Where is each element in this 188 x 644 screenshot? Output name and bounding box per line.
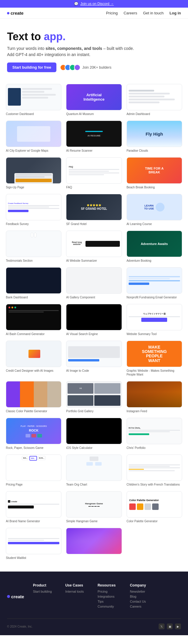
- card-label: Pricing Page: [6, 483, 61, 486]
- builder-count-text: Join 20K+ builders: [82, 65, 111, 70]
- card-label: Customer Dashboard: [6, 112, 61, 116]
- card-nonprofit[interactable]: Nonprofit Fundraising Email Generator: [127, 267, 182, 299]
- footer-start-building[interactable]: Start building: [33, 590, 56, 593]
- nav-pricing[interactable]: Pricing: [106, 11, 118, 15]
- card-beach-break[interactable]: TIME FOR ABREAK Beach Break Booking: [127, 157, 182, 189]
- card-portfolio-grid[interactable]: Hi Portfolio Grid Gallery: [66, 381, 122, 413]
- card-label: Graphic Website - Makes Something People…: [127, 369, 182, 376]
- footer-col-usecases: Use Cases Internal tools: [65, 583, 89, 610]
- hero-section: Text to app. Turn your words into sites,…: [0, 19, 188, 78]
- cards-grid-section: Customer Dashboard Artificial Intelligen…: [0, 78, 188, 572]
- card-paradise-clouds[interactable]: Fly High Paradise Clouds: [127, 121, 182, 153]
- card-credit-card[interactable]: Credit Card Designer with AI Images: [6, 341, 61, 376]
- card-img-to-code[interactable]: AI Image to Code: [66, 341, 122, 376]
- footer-internal-tools[interactable]: Internal tools: [65, 590, 89, 593]
- footer-col-resources: Resources Pricing Integrations Tips Comm…: [98, 583, 121, 610]
- card-pricing[interactable]: $16... $56... $146... Pricing Page: [6, 454, 61, 486]
- card-customer-dashboard[interactable]: Customer Dashboard: [6, 84, 61, 116]
- card-hotel[interactable]: ⭐⭐⭐⭐⭐ SF GRAND HOTEL SF Grand Hotel: [66, 194, 122, 226]
- cta-button[interactable]: Start building for free: [7, 62, 56, 72]
- card-bank[interactable]: Bank Dashboard: [6, 267, 61, 299]
- footer-col-resources-heading: Resources: [98, 583, 121, 587]
- card-admin-dashboard[interactable]: Admin Dashboard: [127, 84, 182, 116]
- card-signup[interactable]: Sign-Up Page: [6, 157, 61, 189]
- card-label: Adventure Booking: [127, 259, 182, 263]
- card-label: SF Grand Hotel: [66, 222, 122, 226]
- footer-logo[interactable]: create: [7, 583, 24, 610]
- card-label: Credit Card Designer with AI Images: [6, 369, 61, 373]
- footer-integrations[interactable]: Integrations: [98, 595, 121, 598]
- card-label: AI Gallery Component: [66, 295, 122, 299]
- card-resume-scanner[interactable]: AI RESUME AI Resume Scanner: [66, 121, 122, 153]
- builder-count: Join 20K+ builders: [60, 64, 111, 71]
- card-student-waitlist[interactable]: Student Waitlist: [6, 528, 61, 560]
- card-quantum-ai[interactable]: Artificial Intelligence Quantum AI Museu…: [66, 84, 122, 116]
- card-label: Beach Break Booking: [127, 185, 182, 189]
- card-label: Website Summary Tool: [127, 332, 182, 336]
- hero-subtitle: Turn your words into sites, components, …: [7, 45, 181, 58]
- footer-blog[interactable]: Blog: [130, 595, 153, 598]
- card-visual-search[interactable]: AI Visual Search Engine: [66, 304, 122, 336]
- avatar-4: [74, 64, 80, 71]
- footer-contact[interactable]: Contact Us: [130, 600, 153, 603]
- card-brand-gen[interactable]: ✦ create AI Brand Name Generator: [6, 491, 61, 523]
- footer-tips[interactable]: Tips: [98, 600, 121, 603]
- card-chris-portfolio[interactable]: Hi I'm Chris, Chris' Portfolio: [127, 418, 182, 450]
- footer-careers[interactable]: Careers: [130, 605, 153, 608]
- nav-logo[interactable]: create: [7, 11, 24, 16]
- youtube-icon[interactable]: ▶: [175, 623, 181, 629]
- card-hangman[interactable]: Hangman Game Simple Hangman Game: [66, 491, 122, 523]
- footer-col-product: Product Start building: [33, 583, 56, 610]
- card-feedback[interactable]: Create Feedback Survey Feedback Survey: [6, 194, 61, 226]
- card-label: AI City Explorer w/ Google Maps: [6, 149, 61, 153]
- discord-icon: 💬: [74, 2, 78, 6]
- card-testimonials[interactable]: Testimonials Section: [6, 231, 61, 263]
- card-label: Bank Dashboard: [6, 295, 61, 299]
- footer-pricing[interactable]: Pricing: [98, 590, 121, 593]
- card-color-palette-ui[interactable]: Color Palette Generator Color Palette Ge…: [127, 491, 182, 523]
- instagram-icon[interactable]: ▣: [167, 623, 173, 629]
- card-faq[interactable]: FAQ FAQ: [66, 157, 122, 189]
- card-ai-city[interactable]: AI City Explorer w/ Google Maps: [6, 121, 61, 153]
- cards-grid: Customer Dashboard Artificial Intelligen…: [6, 84, 182, 560]
- card-label: AI Brand Name Generator: [6, 519, 61, 523]
- footer-col-company-heading: Company: [130, 583, 153, 587]
- card-bash[interactable]: AI Bash Command Generator: [6, 304, 61, 336]
- footer-top: create Product Start building Use Cases …: [7, 583, 181, 610]
- card-orange-graphic[interactable]: MAKESOMETHINGPEOPLEWANT Graphic Website …: [127, 341, 182, 376]
- card-label: Children's Story with French Translation…: [127, 483, 182, 486]
- card-color-palette-gen[interactable]: Classic Color Palette Generator: [6, 381, 61, 413]
- card-label: AI Website Summarizer: [66, 259, 122, 263]
- card-ios-calc[interactable]: iOS Style Calculator: [66, 418, 122, 450]
- card-label: Portfolio Grid Gallery: [66, 409, 122, 413]
- footer-community[interactable]: Community: [98, 605, 121, 608]
- card-org-chart[interactable]: Team Org Chart: [66, 454, 122, 486]
- nav-careers[interactable]: Careers: [124, 11, 137, 15]
- card-jp-summary[interactable]: ウェブサイトサマリー器 Website Summary Tool: [127, 304, 182, 336]
- card-label: Team Org Chart: [66, 483, 122, 486]
- card-label: Nonprofit Fundraising Email Generator: [127, 295, 182, 299]
- card-label: Classic Color Palette Generator: [6, 409, 61, 413]
- hero-title-plain: Text to: [7, 31, 44, 43]
- twitter-icon[interactable]: 𝕏: [159, 623, 164, 629]
- card-purple-abstract[interactable]: [66, 528, 122, 560]
- footer-col-company: Company Newsletter Blog Contact Us Caree…: [130, 583, 153, 610]
- discord-link[interactable]: Join us on Discord →: [80, 2, 114, 6]
- card-label: AI Image to Code: [66, 369, 122, 373]
- logo-text: create: [11, 11, 24, 16]
- card-label: Admin Dashboard: [127, 112, 182, 116]
- card-label: Simple Hangman Game: [66, 519, 122, 523]
- footer-col-product-heading: Product: [33, 583, 56, 587]
- nav-contact[interactable]: Get in touch: [143, 11, 164, 15]
- card-label: FAQ: [66, 185, 122, 189]
- card-gallery[interactable]: AI Gallery Component: [66, 267, 122, 299]
- nav-login[interactable]: Log in: [169, 11, 181, 15]
- card-ai-learning[interactable]: LEARNTO USE AI Learning Course: [127, 194, 182, 226]
- card-adventure[interactable]: Adventure Awaits Adventure Booking: [127, 231, 182, 263]
- card-childrens-story[interactable]: Children's Story with French Translation…: [127, 454, 182, 486]
- card-summarizer[interactable]: Read long website AI Website Summarizer: [66, 231, 122, 263]
- card-instagram[interactable]: Instagram Feed: [127, 381, 182, 413]
- footer-newsletter[interactable]: Newsletter: [130, 590, 153, 593]
- card-label: AI Bash Command Generator: [6, 332, 61, 336]
- card-rock-paper[interactable]: PLAY · PAPER · SCISSORS ROCK Rock, Paper…: [6, 418, 61, 450]
